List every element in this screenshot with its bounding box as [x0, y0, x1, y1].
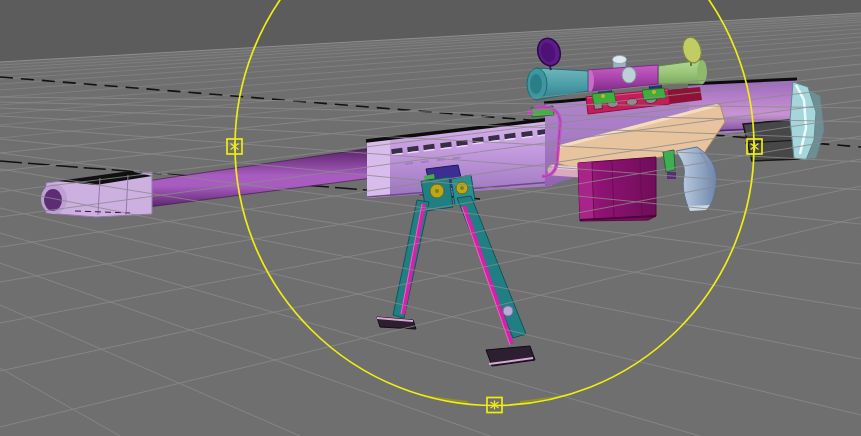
ring-screw: [652, 90, 656, 94]
ring-screw: [601, 94, 605, 98]
ground-plane: [0, 13, 861, 436]
focus-knob[interactable]: [622, 67, 636, 83]
leg-knob: [503, 306, 513, 316]
magazine[interactable]: [578, 157, 656, 221]
3d-viewport[interactable]: [0, 0, 861, 436]
